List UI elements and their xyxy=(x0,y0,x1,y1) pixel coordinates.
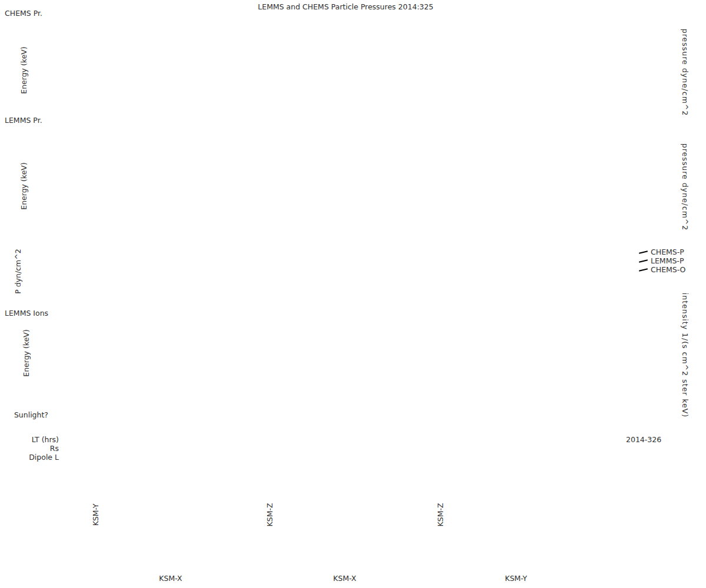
y-axis-label-energy-4: Energy (keV) xyxy=(22,318,30,389)
legend-line-swatch-green xyxy=(639,268,648,272)
axis-row-label-lt: LT (hrs) xyxy=(11,436,59,443)
legend-item-chems-p: CHEMS-P xyxy=(639,248,685,256)
colorbar-unit-label-3: intensity 1/(s cm^2 ster keV) xyxy=(681,293,689,417)
plots-canvas xyxy=(0,0,706,588)
orbit2-ylabel: KSM-Z xyxy=(266,486,274,544)
legend-label: LEMMS-P xyxy=(651,257,684,265)
legend-item-chems-o: CHEMS-O xyxy=(639,265,685,274)
axis-row-label-rs: Rs xyxy=(11,445,59,452)
panel-label-lemms-ions: LEMMS Ions xyxy=(5,309,48,317)
y-axis-label-energy-1: Energy (keV) xyxy=(20,35,28,106)
plot-page: LEMMS and CHEMS Particle Pressures 2014:… xyxy=(0,0,706,588)
pressure-legend: CHEMS-P LEMMS-P CHEMS-O xyxy=(639,248,685,274)
panel-label-chems-pr: CHEMS Pr. xyxy=(5,9,42,17)
legend-line-swatch-red xyxy=(639,259,648,263)
colorbar-unit-label-2: pressure dyne/cm^2 xyxy=(681,143,689,231)
orbit3-xlabel: KSM-Y xyxy=(487,574,545,582)
orbit1-ylabel: KSM-Y xyxy=(92,486,99,544)
orbit1-xlabel: KSM-X xyxy=(141,574,200,582)
colorbar-unit-label-1: pressure dyne/cm^2 xyxy=(681,29,689,116)
axis-row-label-dipole-l: Dipole L xyxy=(11,453,59,461)
orbit2-xlabel: KSM-X xyxy=(315,574,374,582)
legend-label: CHEMS-O xyxy=(651,266,685,273)
panel-label-lemms-pr: LEMMS Pr. xyxy=(5,116,42,124)
orbit3-ylabel: KSM-Z xyxy=(437,486,444,544)
legend-item-lemms-p: LEMMS-P xyxy=(639,256,685,265)
y-axis-label-pressure: P dyn/cm^2 xyxy=(14,244,22,299)
sunlight-label: Sunlight? xyxy=(6,411,48,419)
legend-label: CHEMS-P xyxy=(651,248,684,256)
plot-title: LEMMS and CHEMS Particle Pressures 2014:… xyxy=(56,3,635,11)
end-date-label: 2014-326 xyxy=(626,436,661,443)
legend-line-swatch-blue xyxy=(639,250,648,254)
y-axis-label-energy-2: Energy (keV) xyxy=(20,151,28,222)
